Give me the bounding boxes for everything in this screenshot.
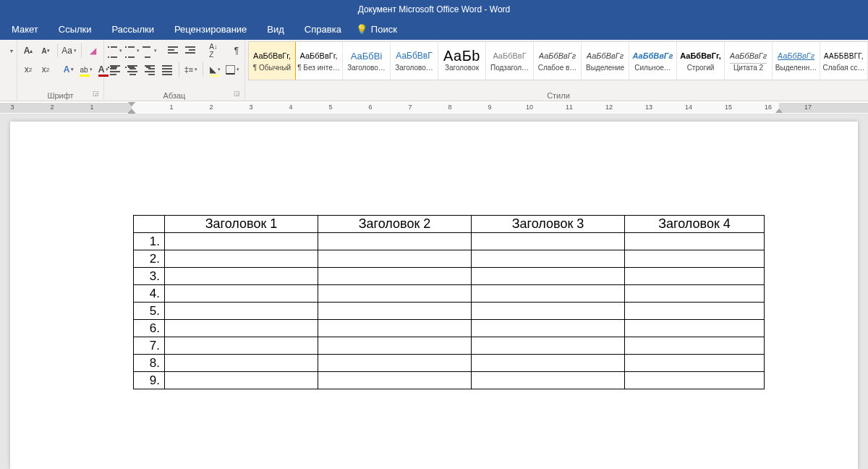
align-left-button[interactable] xyxy=(107,62,123,77)
table-cell[interactable] xyxy=(625,337,765,355)
tab-mailings[interactable]: Рассылки xyxy=(102,18,164,40)
tab-view[interactable]: Вид xyxy=(257,18,294,40)
tab-layout[interactable]: Макет xyxy=(1,18,48,40)
style-item-9[interactable]: АаБбВвГг,Строгий xyxy=(677,42,725,80)
style-item-10[interactable]: АаБбВвГгЦитата 2 xyxy=(725,42,773,80)
decrease-indent-button[interactable] xyxy=(165,43,181,59)
table-cell[interactable] xyxy=(472,233,625,250)
table-cell[interactable] xyxy=(625,233,765,250)
table-header-cell[interactable]: Заголовок 4 xyxy=(625,216,765,233)
align-center-button[interactable] xyxy=(124,62,140,77)
table-row[interactable]: 4. xyxy=(134,285,765,303)
style-item-3[interactable]: АаБбВвГЗаголово… xyxy=(391,42,438,80)
table-cell[interactable] xyxy=(625,320,765,337)
right-indent-marker[interactable] xyxy=(775,109,783,113)
table-cell[interactable] xyxy=(318,250,472,268)
table-cell[interactable] xyxy=(472,268,625,285)
style-item-2[interactable]: АаБбВіЗаголово… xyxy=(343,42,391,80)
tab-review[interactable]: Рецензирование xyxy=(164,18,257,40)
table-row[interactable]: 5. xyxy=(134,303,765,320)
text-effects-button[interactable]: A▾ xyxy=(61,62,77,77)
show-marks-button[interactable]: ¶ xyxy=(229,43,244,59)
superscript-button[interactable]: x2 xyxy=(38,62,54,77)
table-cell[interactable] xyxy=(318,285,472,303)
table-cell[interactable] xyxy=(472,355,625,372)
row-number-cell[interactable]: 5. xyxy=(134,303,165,320)
table-row[interactable]: 8. xyxy=(134,355,765,372)
row-number-cell[interactable]: 8. xyxy=(134,355,165,372)
font-dialog-launcher[interactable]: ◲ xyxy=(93,90,101,98)
table-cell[interactable] xyxy=(318,320,472,337)
table-row[interactable]: 1. xyxy=(134,233,765,250)
table-cell[interactable] xyxy=(472,337,625,355)
row-number-cell[interactable]: 2. xyxy=(134,250,165,268)
table-cell[interactable] xyxy=(318,233,472,250)
row-number-cell[interactable]: 3. xyxy=(134,268,165,285)
table-cell[interactable] xyxy=(318,355,472,372)
table-cell[interactable] xyxy=(165,372,318,389)
borders-button[interactable]: ▾ xyxy=(224,62,240,77)
shading-button[interactable]: ◣▾ xyxy=(207,62,223,77)
sort-button[interactable]: A↓Z xyxy=(205,43,221,59)
table-cell[interactable] xyxy=(318,268,472,285)
style-item-4[interactable]: АаБbЗаголовок xyxy=(438,42,486,80)
table-cell[interactable] xyxy=(318,303,472,320)
style-item-12[interactable]: ААББВВГГ,Слабая сс… xyxy=(820,42,868,80)
multilevel-list-button[interactable]: ▾ xyxy=(142,43,158,59)
style-item-8[interactable]: АаБбВвГгСильное… xyxy=(629,42,677,80)
table-cell[interactable] xyxy=(165,337,318,355)
horizontal-ruler[interactable]: 3211234567891011121314151617 xyxy=(0,101,868,114)
table-cell[interactable] xyxy=(625,250,765,268)
table-cell[interactable] xyxy=(625,355,765,372)
table-cell[interactable] xyxy=(165,320,318,337)
tell-me-search[interactable]: 💡 Поиск xyxy=(356,24,397,35)
table-cell[interactable] xyxy=(472,303,625,320)
numbering-button[interactable]: ▾ xyxy=(124,43,140,59)
row-number-cell[interactable]: 7. xyxy=(134,337,165,355)
tab-references[interactable]: Ссылки xyxy=(48,18,102,40)
table-cell[interactable] xyxy=(165,355,318,372)
table-row[interactable]: 6. xyxy=(134,320,765,337)
justify-button[interactable] xyxy=(159,62,175,77)
document-page[interactable]: Заголовок 1Заголовок 2Заголовок 3Заголов… xyxy=(10,122,858,469)
table-header-cell[interactable]: Заголовок 3 xyxy=(472,216,625,233)
first-line-indent-marker[interactable] xyxy=(128,102,135,106)
table-cell[interactable] xyxy=(165,250,318,268)
decrease-font-button[interactable]: A▾ xyxy=(38,43,54,59)
table-row[interactable]: 2. xyxy=(134,250,765,268)
table-cell[interactable] xyxy=(165,285,318,303)
style-item-0[interactable]: АаБбВвГг,¶ Обычный xyxy=(248,41,296,80)
tab-help[interactable]: Справка xyxy=(294,18,352,40)
bullets-button[interactable]: ▾ xyxy=(107,43,123,59)
subscript-button[interactable]: x2 xyxy=(20,62,36,77)
table-cell[interactable] xyxy=(625,303,765,320)
row-number-cell[interactable]: 9. xyxy=(134,372,165,389)
table-header-cell[interactable]: Заголовок 1 xyxy=(165,216,318,233)
styles-gallery[interactable]: АаБбВвГг,¶ ОбычныйАаБбВвГг,¶ Без инте…Аа… xyxy=(248,41,868,80)
paragraph-dialog-launcher[interactable]: ◲ xyxy=(234,90,242,98)
style-item-7[interactable]: АаБбВвГгВыделение xyxy=(582,42,629,80)
row-number-cell[interactable]: 4. xyxy=(134,285,165,303)
table-cell[interactable] xyxy=(472,285,625,303)
table-cell[interactable] xyxy=(472,372,625,389)
table-cell[interactable] xyxy=(165,303,318,320)
style-item-6[interactable]: АаБбВвГгСлабое в… xyxy=(534,42,582,80)
align-right-button[interactable] xyxy=(142,62,158,77)
clear-formatting-button[interactable]: ◢ xyxy=(85,43,101,59)
line-spacing-button[interactable]: ‡≡▾ xyxy=(183,62,199,77)
table-cell[interactable] xyxy=(472,320,625,337)
table-header-row[interactable]: Заголовок 1Заголовок 2Заголовок 3Заголов… xyxy=(134,216,765,233)
increase-indent-button[interactable] xyxy=(182,43,198,59)
increase-font-button[interactable]: A▴ xyxy=(20,43,36,59)
table-cell[interactable] xyxy=(625,268,765,285)
table-cell[interactable] xyxy=(625,372,765,389)
style-item-11[interactable]: АаБбВвГгВыделенн… xyxy=(773,42,820,80)
row-number-cell[interactable]: 6. xyxy=(134,320,165,337)
table-cell[interactable] xyxy=(472,250,625,268)
change-case-button[interactable]: Aa▾ xyxy=(61,43,77,59)
table-row[interactable]: 3. xyxy=(134,268,765,285)
table-header-cell[interactable]: Заголовок 2 xyxy=(318,216,472,233)
row-number-cell[interactable]: 1. xyxy=(134,233,165,250)
highlight-button[interactable]: ab▾ xyxy=(78,62,94,77)
paste-dropdown[interactable]: ▼ xyxy=(3,43,19,59)
